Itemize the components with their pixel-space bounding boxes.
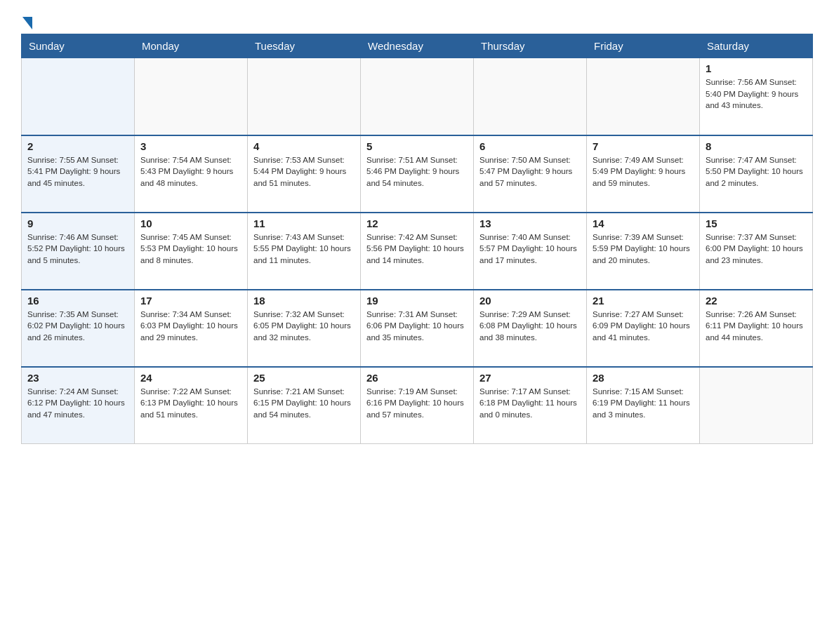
- calendar-cell: 8Sunrise: 7:47 AM Sunset: 5:50 PM Daylig…: [700, 135, 813, 213]
- day-info: Sunrise: 7:40 AM Sunset: 5:57 PM Dayligh…: [479, 232, 581, 267]
- calendar-cell: 22Sunrise: 7:26 AM Sunset: 6:11 PM Dayli…: [700, 290, 813, 367]
- calendar-row-1: 2Sunrise: 7:55 AM Sunset: 5:41 PM Daylig…: [22, 135, 813, 213]
- calendar-row-2: 9Sunrise: 7:46 AM Sunset: 5:52 PM Daylig…: [22, 213, 813, 290]
- day-info: Sunrise: 7:54 AM Sunset: 5:43 PM Dayligh…: [140, 154, 241, 189]
- calendar-cell: 2Sunrise: 7:55 AM Sunset: 5:41 PM Daylig…: [22, 135, 135, 213]
- day-info: Sunrise: 7:42 AM Sunset: 5:56 PM Dayligh…: [366, 232, 468, 267]
- calendar-cell: 18Sunrise: 7:32 AM Sunset: 6:05 PM Dayli…: [248, 290, 361, 367]
- day-number: 3: [140, 140, 241, 152]
- calendar-cell: [22, 58, 135, 135]
- day-info: Sunrise: 7:21 AM Sunset: 6:15 PM Dayligh…: [253, 386, 355, 421]
- calendar-cell: 11Sunrise: 7:43 AM Sunset: 5:55 PM Dayli…: [248, 213, 361, 290]
- day-number: 9: [27, 217, 128, 229]
- calendar-cell: 28Sunrise: 7:15 AM Sunset: 6:19 PM Dayli…: [587, 367, 700, 444]
- day-number: 11: [253, 217, 355, 229]
- logo-arrow-icon: [22, 17, 32, 29]
- day-number: 14: [593, 217, 694, 229]
- calendar-cell: 14Sunrise: 7:39 AM Sunset: 5:59 PM Dayli…: [587, 213, 700, 290]
- calendar-cell: 1Sunrise: 7:56 AM Sunset: 5:40 PM Daylig…: [700, 58, 813, 135]
- day-info: Sunrise: 7:50 AM Sunset: 5:47 PM Dayligh…: [479, 154, 581, 189]
- day-number: 28: [593, 372, 694, 384]
- day-number: 6: [479, 140, 581, 152]
- weekday-header-wednesday: Wednesday: [361, 34, 474, 58]
- calendar-cell: 25Sunrise: 7:21 AM Sunset: 6:15 PM Dayli…: [248, 367, 361, 444]
- calendar-cell: 5Sunrise: 7:51 AM Sunset: 5:46 PM Daylig…: [361, 135, 474, 213]
- page-header: [21, 14, 813, 27]
- weekday-header-monday: Monday: [135, 34, 248, 58]
- calendar-cell: 12Sunrise: 7:42 AM Sunset: 5:56 PM Dayli…: [361, 213, 474, 290]
- calendar-cell: 3Sunrise: 7:54 AM Sunset: 5:43 PM Daylig…: [135, 135, 248, 213]
- calendar-table: SundayMondayTuesdayWednesdayThursdayFrid…: [21, 34, 813, 444]
- day-info: Sunrise: 7:51 AM Sunset: 5:46 PM Dayligh…: [366, 154, 468, 189]
- calendar-cell: 10Sunrise: 7:45 AM Sunset: 5:53 PM Dayli…: [135, 213, 248, 290]
- day-info: Sunrise: 7:19 AM Sunset: 6:16 PM Dayligh…: [366, 386, 468, 421]
- logo: [21, 14, 32, 27]
- day-info: Sunrise: 7:17 AM Sunset: 6:18 PM Dayligh…: [479, 386, 581, 421]
- weekday-header-tuesday: Tuesday: [248, 34, 361, 58]
- calendar-cell: 20Sunrise: 7:29 AM Sunset: 6:08 PM Dayli…: [474, 290, 587, 367]
- day-number: 15: [706, 217, 807, 229]
- calendar-cell: 23Sunrise: 7:24 AM Sunset: 6:12 PM Dayli…: [22, 367, 135, 444]
- day-number: 24: [140, 372, 241, 384]
- day-number: 25: [253, 372, 355, 384]
- day-number: 26: [366, 372, 468, 384]
- day-number: 2: [27, 140, 128, 152]
- day-number: 10: [140, 217, 241, 229]
- calendar-cell: 4Sunrise: 7:53 AM Sunset: 5:44 PM Daylig…: [248, 135, 361, 213]
- calendar-row-4: 23Sunrise: 7:24 AM Sunset: 6:12 PM Dayli…: [22, 367, 813, 444]
- calendar-cell: 19Sunrise: 7:31 AM Sunset: 6:06 PM Dayli…: [361, 290, 474, 367]
- calendar-cell: 17Sunrise: 7:34 AM Sunset: 6:03 PM Dayli…: [135, 290, 248, 367]
- calendar-cell: [700, 367, 813, 444]
- day-info: Sunrise: 7:15 AM Sunset: 6:19 PM Dayligh…: [593, 386, 694, 421]
- day-info: Sunrise: 7:35 AM Sunset: 6:02 PM Dayligh…: [27, 309, 128, 344]
- day-number: 13: [479, 217, 581, 229]
- day-info: Sunrise: 7:29 AM Sunset: 6:08 PM Dayligh…: [479, 309, 581, 344]
- day-number: 27: [479, 372, 581, 384]
- day-number: 19: [366, 295, 468, 307]
- day-info: Sunrise: 7:24 AM Sunset: 6:12 PM Dayligh…: [27, 386, 128, 421]
- calendar-cell: 21Sunrise: 7:27 AM Sunset: 6:09 PM Dayli…: [587, 290, 700, 367]
- calendar-cell: 24Sunrise: 7:22 AM Sunset: 6:13 PM Dayli…: [135, 367, 248, 444]
- calendar-cell: 26Sunrise: 7:19 AM Sunset: 6:16 PM Dayli…: [361, 367, 474, 444]
- day-number: 23: [27, 372, 128, 384]
- day-number: 8: [706, 140, 807, 152]
- day-info: Sunrise: 7:49 AM Sunset: 5:49 PM Dayligh…: [593, 154, 694, 189]
- day-info: Sunrise: 7:39 AM Sunset: 5:59 PM Dayligh…: [593, 232, 694, 267]
- calendar-cell: 9Sunrise: 7:46 AM Sunset: 5:52 PM Daylig…: [22, 213, 135, 290]
- weekday-header-friday: Friday: [587, 34, 700, 58]
- calendar-cell: 6Sunrise: 7:50 AM Sunset: 5:47 PM Daylig…: [474, 135, 587, 213]
- weekday-header-thursday: Thursday: [474, 34, 587, 58]
- day-info: Sunrise: 7:26 AM Sunset: 6:11 PM Dayligh…: [706, 309, 807, 344]
- day-number: 1: [706, 62, 807, 74]
- day-number: 16: [27, 295, 128, 307]
- day-info: Sunrise: 7:46 AM Sunset: 5:52 PM Dayligh…: [27, 232, 128, 267]
- weekday-header-row: SundayMondayTuesdayWednesdayThursdayFrid…: [22, 34, 813, 58]
- calendar-cell: 16Sunrise: 7:35 AM Sunset: 6:02 PM Dayli…: [22, 290, 135, 367]
- day-info: Sunrise: 7:45 AM Sunset: 5:53 PM Dayligh…: [140, 232, 241, 267]
- day-info: Sunrise: 7:32 AM Sunset: 6:05 PM Dayligh…: [253, 309, 355, 344]
- calendar-cell: [248, 58, 361, 135]
- day-info: Sunrise: 7:47 AM Sunset: 5:50 PM Dayligh…: [706, 154, 807, 189]
- day-info: Sunrise: 7:22 AM Sunset: 6:13 PM Dayligh…: [140, 386, 241, 421]
- calendar-cell: [361, 58, 474, 135]
- calendar-cell: [135, 58, 248, 135]
- day-info: Sunrise: 7:31 AM Sunset: 6:06 PM Dayligh…: [366, 309, 468, 344]
- calendar-cell: [587, 58, 700, 135]
- day-number: 18: [253, 295, 355, 307]
- day-info: Sunrise: 7:55 AM Sunset: 5:41 PM Dayligh…: [27, 154, 128, 189]
- day-number: 20: [479, 295, 581, 307]
- calendar-cell: 15Sunrise: 7:37 AM Sunset: 6:00 PM Dayli…: [700, 213, 813, 290]
- calendar-cell: 7Sunrise: 7:49 AM Sunset: 5:49 PM Daylig…: [587, 135, 700, 213]
- day-number: 5: [366, 140, 468, 152]
- day-info: Sunrise: 7:56 AM Sunset: 5:40 PM Dayligh…: [706, 76, 807, 112]
- day-info: Sunrise: 7:34 AM Sunset: 6:03 PM Dayligh…: [140, 309, 241, 344]
- day-number: 4: [253, 140, 355, 152]
- weekday-header-saturday: Saturday: [700, 34, 813, 58]
- day-number: 21: [593, 295, 694, 307]
- calendar-row-0: 1Sunrise: 7:56 AM Sunset: 5:40 PM Daylig…: [22, 58, 813, 135]
- day-number: 22: [706, 295, 807, 307]
- calendar-row-3: 16Sunrise: 7:35 AM Sunset: 6:02 PM Dayli…: [22, 290, 813, 367]
- day-number: 12: [366, 217, 468, 229]
- day-info: Sunrise: 7:27 AM Sunset: 6:09 PM Dayligh…: [593, 309, 694, 344]
- day-number: 17: [140, 295, 241, 307]
